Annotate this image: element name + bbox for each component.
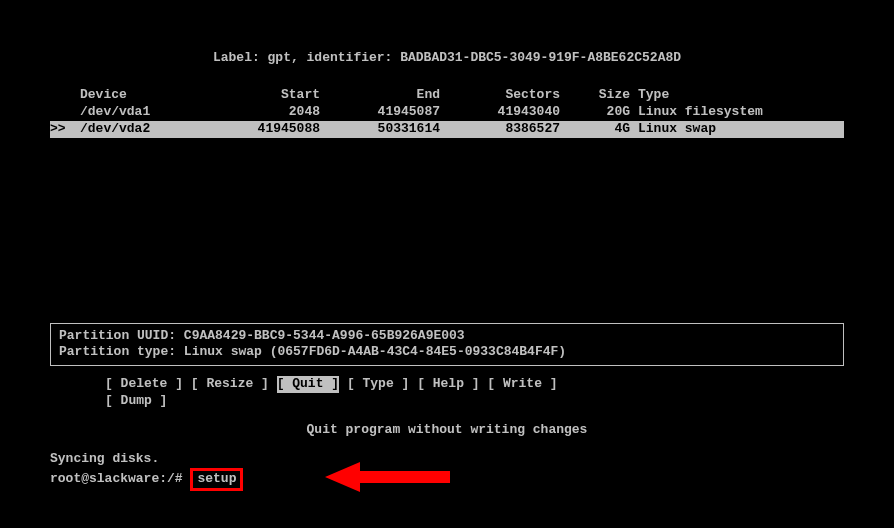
partition-table: Device Start End Sectors Size Type /dev/…	[50, 87, 844, 138]
command-highlight: setup	[190, 468, 243, 491]
action-menu: [ Delete ] [ Resize ] [ Quit ] [ Type ] …	[50, 376, 844, 410]
resize-button[interactable]: [ Resize ]	[191, 376, 269, 393]
header-type: Type	[630, 87, 820, 104]
partition-info: Partition UUID: C9AA8429-BBC9-5344-A996-…	[50, 323, 844, 367]
disk-label: Label: gpt, identifier: BADBAD31-DBC5-30…	[50, 50, 844, 67]
arrow-annotation	[325, 465, 455, 489]
header-size: Size	[560, 87, 630, 104]
status-message: Quit program without writing changes	[50, 422, 844, 439]
header-start: Start	[200, 87, 320, 104]
quit-button[interactable]: [ Quit ]	[277, 376, 339, 393]
dump-button[interactable]: [ Dump ]	[105, 393, 167, 410]
table-header: Device Start End Sectors Size Type	[50, 87, 844, 104]
header-end: End	[320, 87, 440, 104]
write-button[interactable]: [ Write ]	[487, 376, 557, 393]
header-device: Device	[80, 87, 200, 104]
delete-button[interactable]: [ Delete ]	[105, 376, 183, 393]
header-sectors: Sectors	[440, 87, 560, 104]
table-row[interactable]: /dev/vda1 2048 41945087 41943040 20G Lin…	[50, 104, 844, 121]
type-button[interactable]: [ Type ]	[347, 376, 409, 393]
table-row[interactable]: >> /dev/vda2 41945088 50331614 8386527 4…	[50, 121, 844, 138]
shell-prompt[interactable]: root@slackware:/# setup	[50, 468, 844, 491]
help-button[interactable]: [ Help ]	[417, 376, 479, 393]
